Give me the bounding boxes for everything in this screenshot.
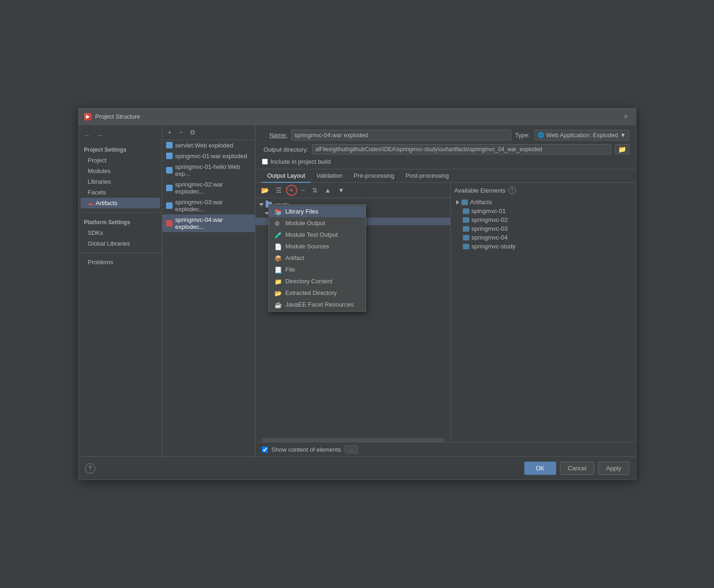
remove-element-btn[interactable]: − — [299, 185, 308, 196]
dialog-footer: ? OK Cancel Apply — [79, 456, 636, 480]
sidebar-divider2 — [79, 253, 162, 253]
footer-help-button[interactable]: ? — [85, 463, 95, 474]
tab-post-processing[interactable]: Post-processing — [400, 169, 454, 183]
artifact-icon-springmvc02 — [166, 185, 173, 191]
avail-item-artifacts[interactable]: Artifacts — [454, 198, 632, 207]
dropdown-item-library-files[interactable]: 📚 Library Files — [269, 206, 366, 217]
avail-springmvc04-icon — [463, 235, 469, 241]
up-btn[interactable]: ▲ — [322, 185, 334, 196]
include-in-build-checkbox[interactable] — [262, 159, 268, 165]
extracted-directory-icon: 📂 — [274, 290, 282, 296]
output-dir-row: Output directory: alFiles\github\githubC… — [262, 144, 629, 154]
platform-settings-label: Platform Settings — [79, 216, 162, 227]
name-row: Name: Type: 🌐 Web Application: Exploded … — [262, 130, 629, 140]
avail-springmvc-study-label: springmvc-study — [472, 243, 516, 250]
avail-item-springmvc-study[interactable]: springmvc-study — [454, 242, 632, 251]
dropdown-directory-content-label: Directory Content — [286, 278, 333, 285]
app-icon: ▶ — [84, 113, 92, 120]
sidebar-item-modules[interactable]: Modules — [79, 166, 162, 176]
artifact-item-springmvc01[interactable]: spingmvc-01:war exploded — [162, 151, 255, 161]
copy-artifact-button[interactable]: ⧉ — [187, 127, 198, 138]
show-content-ellipsis-button[interactable]: ... — [345, 445, 358, 454]
available-elements-help-icon[interactable]: ? — [508, 187, 516, 194]
ok-button[interactable]: OK — [524, 461, 556, 475]
artifact-icon-servlet — [166, 142, 173, 148]
output-dir-label: Output directory: — [262, 146, 308, 153]
horizontal-scrollbar[interactable] — [262, 438, 444, 442]
sidebar-item-global-libraries[interactable]: Global Libraries — [79, 238, 162, 249]
avail-item-springmvc02[interactable]: springmvc-02 — [454, 215, 632, 224]
artifact-icon-springmvc04 — [166, 220, 173, 227]
dropdown-item-module-sources[interactable]: 📄 Module Sources — [269, 241, 366, 252]
type-dropdown-button[interactable]: 🌐 Web Application: Exploded ▼ — [534, 130, 629, 140]
tab-validation[interactable]: Validation — [311, 169, 348, 183]
sidebar-item-libraries[interactable]: Libraries — [79, 176, 162, 187]
available-elements-panel: Available Elements ? Artifacts spingmvc-… — [451, 183, 636, 442]
artifact-icon-menu: 📦 — [274, 255, 282, 261]
bottom-bar: Show content of elements ... — [255, 442, 636, 456]
dropdown-item-module-output[interactable]: ⚙ Module Output — [269, 217, 366, 229]
remove-artifact-button[interactable]: − — [176, 127, 186, 138]
dropdown-item-extracted-directory[interactable]: 📂 Extracted Directory — [269, 287, 366, 299]
dropdown-module-sources-label: Module Sources — [286, 243, 329, 250]
module-sources-icon: 📄 — [274, 243, 282, 250]
dropdown-item-javaee-facet[interactable]: ☕ JavaEE Facet Resources — [269, 299, 366, 310]
footer-left: ? — [85, 463, 95, 474]
apply-button[interactable]: Apply — [598, 461, 629, 475]
artifact-item-springmvc03[interactable]: springmvc-03:war explodec... — [162, 197, 255, 214]
output-dir-browse-button[interactable]: 📁 — [615, 144, 629, 154]
type-chevron-icon: ▼ — [620, 132, 626, 139]
dropdown-item-directory-content[interactable]: 📁 Directory Content — [269, 275, 366, 287]
add-artifact-button[interactable]: + — [165, 127, 174, 138]
sidebar-item-problems[interactable]: Problems — [79, 257, 162, 267]
type-dropdown-container: Type: 🌐 Web Application: Exploded ▼ — [515, 130, 629, 140]
sidebar-item-facets[interactable]: Facets — [79, 187, 162, 198]
artifact-item-springmvc02[interactable]: springmvc-02:war explodec... — [162, 179, 255, 197]
dropdown-item-file[interactable]: 📃 File — [269, 264, 366, 275]
dropdown-item-artifact[interactable]: 📦 Artifact — [269, 252, 366, 264]
sidebar-item-project[interactable]: Project — [79, 155, 162, 166]
avail-item-springmvc04[interactable]: springmvc-04 — [454, 233, 632, 242]
dropdown-javaee-facet-label: JavaEE Facet Resources — [286, 301, 354, 308]
type-value: Web Application: Exploded — [546, 132, 618, 139]
library-files-icon: 📚 — [274, 208, 282, 215]
artifact-label-springmvc01hello: springmvc-01-hello:Web exp... — [175, 163, 251, 177]
sidebar-item-artifacts[interactable]: Artifacts — [80, 198, 160, 208]
add-element-button[interactable]: + — [286, 185, 297, 196]
tab-output-layout[interactable]: Output Layout — [262, 169, 311, 183]
avail-item-springmvc01[interactable]: spingmvc-01 — [454, 207, 632, 215]
down-btn[interactable]: ▼ — [335, 185, 347, 196]
artifact-label-springmvc02: springmvc-02:war explodec... — [175, 181, 251, 195]
dropdown-extracted-directory-label: Extracted Directory — [286, 289, 337, 296]
artifact-list-panel: + − ⧉ servlet:Web exploded spingmvc-01:w… — [162, 125, 255, 456]
sidebar-item-sdks[interactable]: SDKs — [79, 227, 162, 238]
dropdown-file-label: File — [286, 266, 295, 273]
artifact-item-springmvc01hello[interactable]: springmvc-01-hello:Web exp... — [162, 161, 255, 179]
type-icon: 🌐 — [538, 132, 544, 138]
avail-springmvc02-icon — [463, 217, 469, 223]
type-label: Type: — [515, 132, 533, 139]
nav-back-button[interactable]: ← — [82, 131, 93, 140]
artifact-icon-springmvc03 — [166, 202, 173, 209]
name-input[interactable] — [291, 130, 512, 140]
show-content-checkbox[interactable] — [262, 447, 268, 453]
close-button[interactable]: × — [622, 113, 630, 121]
dialog-title: Project Structure — [95, 113, 140, 120]
dialog-body: ← → Project Settings Project Modules Lib… — [79, 125, 636, 456]
tree-folder-btn[interactable]: 📂 — [258, 185, 272, 196]
nav-forward-button[interactable]: → — [94, 131, 105, 140]
output-tree-toolbar: 📂 ☰ + − ⇅ ▲ ▼ 📚 Library Files — [255, 183, 450, 198]
file-icon: 📃 — [274, 267, 282, 273]
artifact-item-springmvc04[interactable]: springmvc-04:war explodec... — [162, 214, 255, 232]
avail-item-springmvc03[interactable]: springmvc-03 — [454, 224, 632, 233]
name-label: Name: — [262, 132, 287, 139]
dropdown-item-module-test-output[interactable]: 🧪 Module Test Output — [269, 229, 366, 241]
tab-pre-processing[interactable]: Pre-processing — [348, 169, 400, 183]
artifact-item-servlet[interactable]: servlet:Web exploded — [162, 140, 255, 151]
artifact-icon-springmvc01 — [166, 153, 173, 159]
cancel-button[interactable]: Cancel — [560, 461, 594, 475]
main-content: Name: Type: 🌐 Web Application: Exploded … — [255, 125, 636, 456]
sort-btn[interactable]: ⇅ — [309, 185, 320, 196]
tree-list-btn[interactable]: ☰ — [273, 185, 285, 196]
output-layout-panel: 📂 ☰ + − ⇅ ▲ ▼ 📚 Library Files — [255, 183, 636, 442]
